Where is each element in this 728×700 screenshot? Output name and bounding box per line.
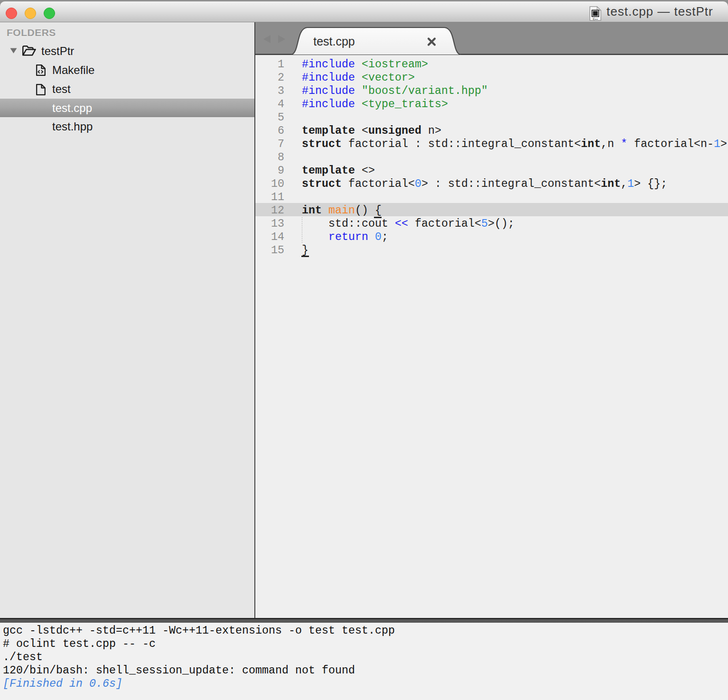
svg-text:test.cpp: test.cpp <box>313 35 355 48</box>
svg-text:C++: C++ <box>593 18 597 20</box>
